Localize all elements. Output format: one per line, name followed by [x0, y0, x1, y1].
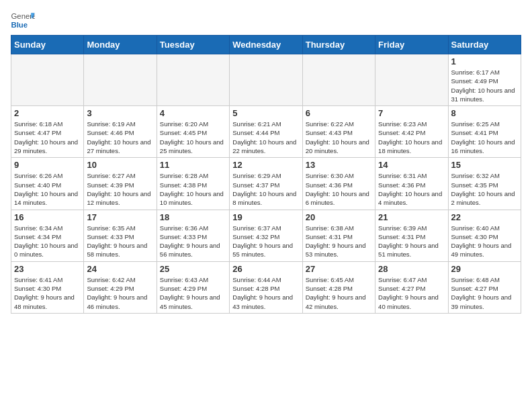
weekday-header-row: SundayMondayTuesdayWednesdayThursdayFrid… [11, 36, 521, 54]
day-info: Sunrise: 6:47 AMSunset: 4:27 PMDaylight:… [378, 275, 445, 311]
day-info: Sunrise: 6:39 AMSunset: 4:31 PMDaylight:… [378, 224, 445, 259]
day-cell-21: 21Sunrise: 6:39 AMSunset: 4:31 PMDayligh… [375, 210, 448, 261]
day-cell-5: 5Sunrise: 6:21 AMSunset: 4:44 PMDaylight… [230, 106, 302, 158]
day-info: Sunrise: 6:42 AMSunset: 4:29 PMDaylight:… [87, 275, 153, 311]
day-info: Sunrise: 6:28 AMSunset: 4:38 PMDaylight:… [160, 171, 226, 207]
page-header: General Blue [11, 11, 521, 30]
calendar-row-2: 9Sunrise: 6:26 AMSunset: 4:40 PMDaylight… [11, 158, 521, 210]
day-number: 1 [451, 56, 518, 66]
day-info: Sunrise: 6:30 AMSunset: 4:36 PMDaylight:… [306, 171, 372, 207]
empty-cell [230, 54, 302, 106]
day-cell-10: 10Sunrise: 6:27 AMSunset: 4:39 PMDayligh… [84, 158, 157, 210]
empty-cell [84, 54, 157, 106]
day-cell-26: 26Sunrise: 6:44 AMSunset: 4:28 PMDayligh… [230, 261, 302, 313]
calendar-row-0: 1Sunrise: 6:17 AMSunset: 4:49 PMDaylight… [11, 54, 521, 106]
day-cell-19: 19Sunrise: 6:37 AMSunset: 4:32 PMDayligh… [230, 210, 302, 261]
day-info: Sunrise: 6:34 AMSunset: 4:34 PMDaylight:… [14, 224, 81, 259]
day-info: Sunrise: 6:35 AMSunset: 4:33 PMDaylight:… [87, 224, 153, 259]
day-number: 14 [378, 160, 445, 170]
day-cell-23: 23Sunrise: 6:41 AMSunset: 4:30 PMDayligh… [11, 261, 84, 313]
calendar-row-3: 16Sunrise: 6:34 AMSunset: 4:34 PMDayligh… [11, 210, 521, 261]
day-info: Sunrise: 6:38 AMSunset: 4:31 PMDaylight:… [306, 224, 372, 259]
day-number: 2 [14, 108, 81, 118]
day-info: Sunrise: 6:21 AMSunset: 4:44 PMDaylight:… [232, 120, 299, 155]
day-number: 8 [451, 108, 518, 118]
day-cell-3: 3Sunrise: 6:19 AMSunset: 4:46 PMDaylight… [84, 106, 157, 158]
day-cell-4: 4Sunrise: 6:20 AMSunset: 4:45 PMDaylight… [157, 106, 229, 158]
day-info: Sunrise: 6:22 AMSunset: 4:43 PMDaylight:… [306, 120, 372, 155]
day-info: Sunrise: 6:40 AMSunset: 4:30 PMDaylight:… [451, 224, 518, 259]
day-number: 10 [87, 160, 153, 170]
day-cell-13: 13Sunrise: 6:30 AMSunset: 4:36 PMDayligh… [302, 158, 375, 210]
day-info: Sunrise: 6:43 AMSunset: 4:29 PMDaylight:… [160, 275, 226, 311]
day-number: 4 [160, 108, 226, 118]
weekday-header-monday: Monday [84, 36, 157, 54]
day-cell-17: 17Sunrise: 6:35 AMSunset: 4:33 PMDayligh… [84, 210, 157, 261]
weekday-header-friday: Friday [375, 36, 448, 54]
day-number: 17 [87, 212, 153, 222]
day-number: 16 [14, 212, 81, 222]
day-info: Sunrise: 6:36 AMSunset: 4:33 PMDaylight:… [160, 224, 226, 259]
empty-cell [302, 54, 375, 106]
day-number: 20 [306, 212, 372, 222]
empty-cell [11, 54, 84, 106]
day-info: Sunrise: 6:45 AMSunset: 4:28 PMDaylight:… [306, 275, 372, 311]
day-number: 12 [232, 160, 299, 170]
day-number: 27 [306, 264, 372, 274]
day-number: 7 [378, 108, 445, 118]
day-number: 22 [451, 212, 518, 222]
weekday-header-tuesday: Tuesday [157, 36, 229, 54]
day-cell-2: 2Sunrise: 6:18 AMSunset: 4:47 PMDaylight… [11, 106, 84, 158]
day-cell-12: 12Sunrise: 6:29 AMSunset: 4:37 PMDayligh… [230, 158, 302, 210]
weekday-header-saturday: Saturday [448, 36, 521, 54]
day-number: 21 [378, 212, 445, 222]
weekday-header-thursday: Thursday [302, 36, 375, 54]
day-cell-14: 14Sunrise: 6:31 AMSunset: 4:36 PMDayligh… [375, 158, 448, 210]
day-cell-9: 9Sunrise: 6:26 AMSunset: 4:40 PMDaylight… [11, 158, 84, 210]
empty-cell [157, 54, 229, 106]
calendar-row-4: 23Sunrise: 6:41 AMSunset: 4:30 PMDayligh… [11, 261, 521, 313]
logo: General Blue [11, 11, 35, 30]
day-info: Sunrise: 6:37 AMSunset: 4:32 PMDaylight:… [232, 224, 299, 259]
day-cell-27: 27Sunrise: 6:45 AMSunset: 4:28 PMDayligh… [302, 261, 375, 313]
day-number: 24 [87, 264, 153, 274]
day-cell-1: 1Sunrise: 6:17 AMSunset: 4:49 PMDaylight… [448, 54, 521, 106]
day-number: 5 [232, 108, 299, 118]
day-number: 3 [87, 108, 153, 118]
day-info: Sunrise: 6:29 AMSunset: 4:37 PMDaylight:… [232, 171, 299, 207]
day-info: Sunrise: 6:26 AMSunset: 4:40 PMDaylight:… [14, 171, 81, 207]
day-cell-6: 6Sunrise: 6:22 AMSunset: 4:43 PMDaylight… [302, 106, 375, 158]
day-info: Sunrise: 6:17 AMSunset: 4:49 PMDaylight:… [451, 68, 518, 103]
day-cell-29: 29Sunrise: 6:48 AMSunset: 4:27 PMDayligh… [448, 261, 521, 313]
day-number: 25 [160, 264, 226, 274]
day-number: 18 [160, 212, 226, 222]
day-info: Sunrise: 6:48 AMSunset: 4:27 PMDaylight:… [451, 275, 518, 311]
day-info: Sunrise: 6:19 AMSunset: 4:46 PMDaylight:… [87, 120, 153, 155]
day-info: Sunrise: 6:20 AMSunset: 4:45 PMDaylight:… [160, 120, 226, 155]
day-info: Sunrise: 6:41 AMSunset: 4:30 PMDaylight:… [14, 275, 81, 311]
day-info: Sunrise: 6:44 AMSunset: 4:28 PMDaylight:… [232, 275, 299, 311]
logo-icon: General Blue [11, 11, 35, 30]
day-number: 29 [451, 264, 518, 274]
day-cell-22: 22Sunrise: 6:40 AMSunset: 4:30 PMDayligh… [448, 210, 521, 261]
day-number: 23 [14, 264, 81, 274]
day-cell-20: 20Sunrise: 6:38 AMSunset: 4:31 PMDayligh… [302, 210, 375, 261]
day-number: 26 [232, 264, 299, 274]
day-cell-7: 7Sunrise: 6:23 AMSunset: 4:42 PMDaylight… [375, 106, 448, 158]
empty-cell [375, 54, 448, 106]
day-info: Sunrise: 6:27 AMSunset: 4:39 PMDaylight:… [87, 171, 153, 207]
day-info: Sunrise: 6:32 AMSunset: 4:35 PMDaylight:… [451, 171, 518, 207]
calendar-row-1: 2Sunrise: 6:18 AMSunset: 4:47 PMDaylight… [11, 106, 521, 158]
day-info: Sunrise: 6:25 AMSunset: 4:41 PMDaylight:… [451, 120, 518, 155]
day-cell-15: 15Sunrise: 6:32 AMSunset: 4:35 PMDayligh… [448, 158, 521, 210]
day-number: 19 [232, 212, 299, 222]
day-number: 13 [306, 160, 372, 170]
day-cell-25: 25Sunrise: 6:43 AMSunset: 4:29 PMDayligh… [157, 261, 229, 313]
day-number: 28 [378, 264, 445, 274]
day-info: Sunrise: 6:23 AMSunset: 4:42 PMDaylight:… [378, 120, 445, 155]
weekday-header-sunday: Sunday [11, 36, 84, 54]
day-cell-24: 24Sunrise: 6:42 AMSunset: 4:29 PMDayligh… [84, 261, 157, 313]
day-number: 9 [14, 160, 81, 170]
day-cell-18: 18Sunrise: 6:36 AMSunset: 4:33 PMDayligh… [157, 210, 229, 261]
day-cell-28: 28Sunrise: 6:47 AMSunset: 4:27 PMDayligh… [375, 261, 448, 313]
